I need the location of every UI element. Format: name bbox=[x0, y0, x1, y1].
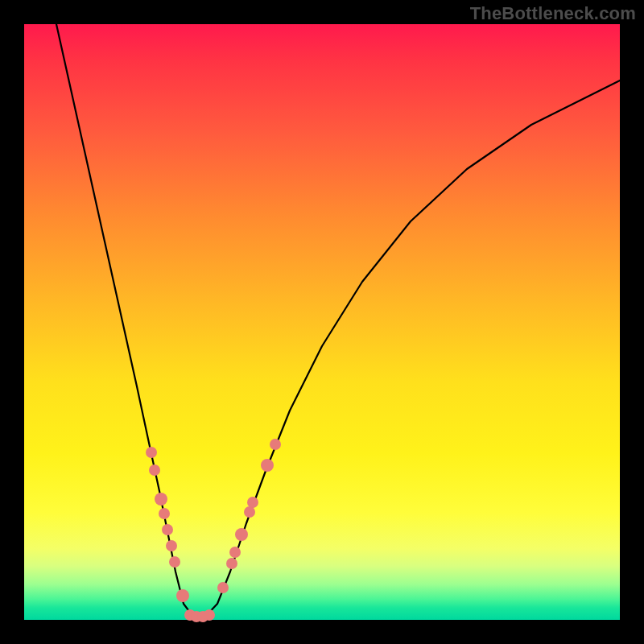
bottleneck-chart bbox=[24, 24, 620, 620]
data-marker bbox=[261, 459, 274, 472]
chart-frame bbox=[24, 24, 620, 620]
data-marker bbox=[244, 506, 255, 518]
data-marker bbox=[162, 524, 173, 535]
data-marker bbox=[146, 447, 157, 458]
data-marker bbox=[229, 547, 241, 558]
data-marker bbox=[159, 508, 170, 519]
data-marker bbox=[217, 582, 229, 593]
data-markers bbox=[146, 439, 281, 622]
data-marker bbox=[176, 589, 189, 602]
watermark-text: TheBottleneck.com bbox=[470, 3, 636, 24]
data-marker bbox=[155, 493, 167, 506]
data-marker bbox=[270, 439, 281, 450]
data-marker bbox=[166, 540, 177, 551]
data-marker bbox=[235, 528, 248, 541]
bottleneck-curve bbox=[56, 24, 620, 617]
data-marker bbox=[149, 464, 160, 476]
data-marker bbox=[247, 497, 258, 508]
data-marker bbox=[204, 609, 215, 621]
data-marker bbox=[169, 556, 180, 568]
data-marker bbox=[226, 558, 237, 569]
